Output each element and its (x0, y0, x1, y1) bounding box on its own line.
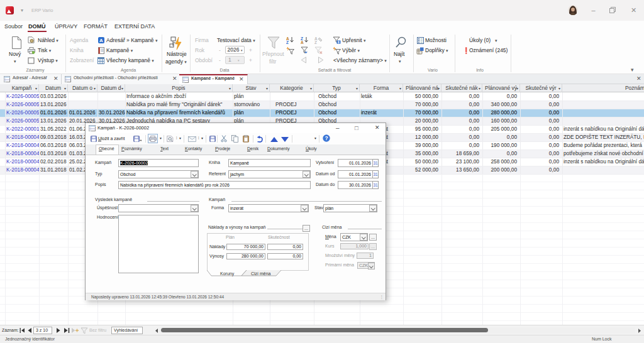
svg-text:Z: Z (314, 40, 317, 44)
svg-text:Z: Z (286, 40, 289, 45)
svg-text:A: A (301, 40, 304, 45)
svg-text:A: A (99, 38, 103, 43)
